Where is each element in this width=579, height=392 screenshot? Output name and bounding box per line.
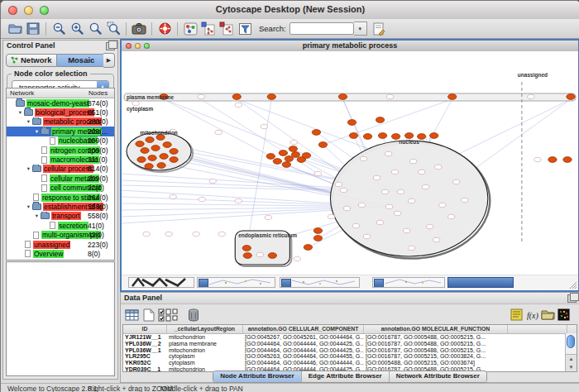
tree-row-8[interactable]: ▾cellular process614(0) [7,165,114,174]
tab-edge-attribute-browser[interactable]: Edge Attribute Browser [301,371,389,382]
table-row[interactable]: YPL036W__1mitochondrion[GO:0044464, GO:0… [123,347,577,354]
network-edge[interactable] [246,99,271,248]
save-icon[interactable] [25,21,41,37]
network-node-white[interactable] [294,256,300,261]
network-node-white[interactable] [394,211,400,215]
minimized-window-5[interactable] [447,277,514,288]
scrollbar-thumb[interactable] [567,335,575,348]
expander-icon[interactable]: ▾ [25,165,32,172]
attribute-matrix-icon[interactable] [556,307,572,323]
tab-mosaic[interactable]: Mosaic [57,54,108,67]
network-node-white[interactable] [462,198,468,202]
network-node-white[interactable] [343,206,350,210]
network-node-orange[interactable] [157,163,165,169]
network-node-orange[interactable] [160,154,168,160]
network-node-white[interactable] [335,182,342,186]
tree-row-15[interactable]: multi-organism pro42(0) [7,230,114,239]
search-input[interactable] [290,22,354,35]
table-row[interactable]: YKR052Ccytoplasm[GO:0044464, GO:0044446,… [123,360,577,366]
expander-icon[interactable]: ▾ [33,128,41,135]
network-node-white[interactable] [261,124,267,128]
network-node-orange[interactable] [404,133,413,139]
float-panel-icon[interactable] [567,294,577,303]
minimized-window-3[interactable] [280,277,360,288]
network-node-white[interactable] [218,232,225,236]
network-node-white[interactable] [143,232,150,236]
column-header[interactable]: annotation.GO MOLECULAR_FUNCTION [364,325,508,333]
network-node-white[interactable] [528,94,534,98]
network-node-white[interactable] [360,156,366,160]
network-node-orange[interactable] [285,156,293,162]
network-node-white[interactable] [408,198,414,203]
network-node-white[interactable] [385,204,392,208]
network-node-white[interactable] [385,151,391,155]
network-node-orange[interactable] [304,245,312,251]
network-node-white[interactable] [198,94,204,98]
network-node-white[interactable] [381,189,388,194]
zoom-fit-icon[interactable] [87,21,103,37]
tree-row-17[interactable]: Overview8(0) [7,249,114,258]
network-node-white[interactable] [358,203,365,207]
column-header[interactable] [508,325,567,333]
create-attribute-icon[interactable] [141,307,156,323]
network-node-orange[interactable] [137,157,146,163]
tree-row-5[interactable]: nucleobase-209(0) [7,136,114,146]
table-row[interactable]: YLR295Ccytoplasm[GO:0045263, GO:0044464,… [123,353,577,360]
network-node-orange[interactable] [136,141,144,147]
help-ring-icon[interactable] [156,21,173,37]
network-node-orange[interactable] [170,149,178,155]
tree-row-7[interactable]: macromolecule311(0) [7,155,114,164]
apply-layout-icon[interactable] [200,21,217,37]
load-attributes-icon[interactable] [540,307,556,323]
network-node-orange[interactable] [567,94,575,100]
network-node-white[interactable] [433,237,439,241]
network-node-orange[interactable] [268,253,276,259]
network-node-orange[interactable] [376,117,384,123]
expander-icon[interactable]: ▾ [25,118,32,125]
network-node-orange[interactable] [318,142,327,148]
network-node-orange[interactable] [313,228,322,234]
network-node-orange[interactable] [289,146,297,152]
network-node-white[interactable] [314,171,321,175]
network-node-orange[interactable] [429,133,438,139]
scrollbar-arrows[interactable]: ▲▼ [566,354,577,371]
attribute-grid-icon[interactable] [124,307,140,323]
network-node-white[interactable] [363,234,370,238]
network-node-orange[interactable] [291,152,299,158]
network-node-white[interactable] [199,197,205,201]
tree-row-14[interactable]: secretion41(0) [7,221,114,230]
tree-row-2[interactable]: ▾biological_process651(0) [7,108,114,117]
network-node-white[interactable] [132,101,139,105]
tree-row-11[interactable]: response to stimul264(0) [7,193,114,202]
network-node-orange[interactable] [282,162,290,168]
expander-icon[interactable]: ▾ [25,203,32,210]
network-node-white[interactable] [409,159,416,163]
tree-row-4[interactable]: ▾primary metabo209(... [7,127,114,136]
network-node-orange[interactable] [312,130,320,136]
network-node-orange[interactable] [338,94,347,100]
network-node-white[interactable] [453,179,460,184]
network-node-white[interactable] [265,215,271,219]
tree-row-13[interactable]: ▾transport558(0) [7,212,114,221]
network-node-orange[interactable] [141,148,149,154]
apply-layout-alt-icon[interactable] [218,21,235,37]
network-node-orange[interactable] [313,236,322,241]
tree-row-3[interactable]: ▾metabolic process280(0) [7,117,114,127]
network-node-orange[interactable] [378,133,386,139]
network-node-orange[interactable] [145,164,153,170]
tab-network-attribute-browser[interactable]: Network Attribute Browser [389,371,486,382]
tree-row-6[interactable]: nitrogen compo209(0) [7,146,114,155]
network-node-orange[interactable] [363,134,371,140]
network-node-white[interactable] [418,170,424,174]
vizmapper-icon[interactable] [182,21,199,37]
network-node-orange[interactable] [170,157,178,163]
network-node-white[interactable] [422,184,428,189]
network-node-orange[interactable] [266,154,275,160]
network-node-orange[interactable] [448,94,457,100]
network-node-white[interactable] [373,175,380,179]
column-header[interactable]: ID [123,325,167,333]
network-canvas[interactable]: plasma membranecytoplasmmitochondrionnuc… [122,51,578,275]
tab-node-attribute-browser[interactable]: Node Attribute Browser [213,371,301,382]
network-node-white[interactable] [235,103,242,107]
network-node-white[interactable] [352,223,359,227]
